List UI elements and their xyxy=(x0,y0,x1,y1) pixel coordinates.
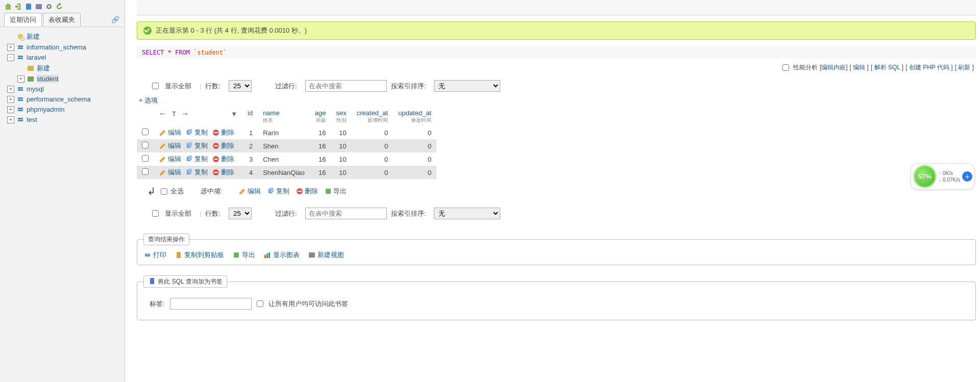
cell-sex[interactable]: 10 xyxy=(331,166,352,179)
cell-created-at[interactable]: 0 xyxy=(352,139,393,152)
row-edit[interactable]: 编辑 xyxy=(159,155,181,164)
options-toggle[interactable]: + 选项 xyxy=(137,96,976,105)
sort-select[interactable]: 无 xyxy=(434,80,500,92)
show-all-checkbox-2[interactable] xyxy=(152,210,159,217)
tree-table-student[interactable]: +student xyxy=(2,74,122,84)
row-delete[interactable]: 删除 xyxy=(212,141,234,150)
tab-favorites[interactable]: 表收藏夹 xyxy=(43,13,81,27)
row-sort-icon[interactable]: T xyxy=(172,110,176,118)
logout-icon[interactable] xyxy=(14,2,22,11)
expander-icon[interactable]: + xyxy=(7,86,14,93)
cell-name[interactable]: Chen xyxy=(258,152,310,166)
tree-db-mysql[interactable]: +mysql xyxy=(2,84,122,94)
bulk-delete[interactable]: 删除 xyxy=(296,187,318,196)
tree-db-information_schema[interactable]: +information_schema xyxy=(2,42,122,53)
explain-link[interactable]: 解析 SQL xyxy=(874,64,900,71)
col-name[interactable]: name姓名 xyxy=(258,107,310,126)
bookmark-share-checkbox[interactable] xyxy=(257,300,263,307)
bookmark-label-input[interactable] xyxy=(170,298,252,310)
cell-sex[interactable]: 10 xyxy=(331,139,352,152)
expander-icon[interactable]: + xyxy=(7,116,14,123)
perf-add-button[interactable]: + xyxy=(962,171,972,182)
cell-id[interactable]: 2 xyxy=(242,139,258,152)
cell-created-at[interactable]: 0 xyxy=(352,152,393,166)
php-link[interactable]: 创建 PHP 代码 xyxy=(909,64,949,71)
dropdown-icon[interactable]: ▼ xyxy=(231,110,237,118)
edit-link[interactable]: 编辑 xyxy=(853,64,865,71)
link-icon[interactable]: 🔗 xyxy=(111,16,119,23)
tree-db-test[interactable]: +test xyxy=(2,115,122,125)
row-delete[interactable]: 删除 xyxy=(212,168,234,177)
chart-link[interactable]: 显示图表 xyxy=(263,250,300,260)
print-link[interactable]: 打印 xyxy=(143,250,166,260)
cell-id[interactable]: 3 xyxy=(242,152,258,166)
sort-select-2[interactable]: 无 xyxy=(434,208,500,219)
filter-input[interactable] xyxy=(305,80,387,92)
cell-name[interactable]: Rarin xyxy=(258,126,310,139)
filter-input-2[interactable] xyxy=(305,208,387,219)
cell-id[interactable]: 1 xyxy=(242,126,258,139)
cell-id[interactable]: 4 xyxy=(242,166,258,179)
docs-icon[interactable] xyxy=(24,2,33,11)
cell-age[interactable]: 16 xyxy=(310,126,331,139)
sort-left-icon[interactable]: ← xyxy=(159,109,167,118)
bulk-edit[interactable]: 编辑 xyxy=(238,187,261,196)
col-updated-at[interactable]: updated_at修改时间 xyxy=(393,107,436,126)
home-icon[interactable] xyxy=(4,2,12,11)
check-all-link[interactable]: 全选 xyxy=(170,187,184,196)
refresh-link[interactable]: 刷新 xyxy=(958,64,970,71)
edit-inline-link[interactable]: 编辑内嵌 xyxy=(821,64,846,71)
view-link[interactable]: 新建视图 xyxy=(308,250,344,260)
expander-icon[interactable]: − xyxy=(7,54,14,61)
cell-updated-at[interactable]: 0 xyxy=(393,126,436,139)
rows-select-2[interactable]: 25 xyxy=(229,208,252,219)
row-checkbox[interactable] xyxy=(142,142,149,148)
cell-age[interactable]: 16 xyxy=(310,152,331,166)
performance-widget[interactable]: 57% 0K/s 0.07K/s + xyxy=(911,163,975,190)
row-copy[interactable]: 复制 xyxy=(185,128,208,137)
col-id[interactable]: id xyxy=(242,107,258,126)
bulk-export[interactable]: 导出 xyxy=(324,187,347,196)
cell-created-at[interactable]: 0 xyxy=(352,126,393,139)
check-all-header[interactable] xyxy=(137,107,154,126)
row-copy[interactable]: 复制 xyxy=(185,155,208,164)
row-copy[interactable]: 复制 xyxy=(185,141,208,150)
expander-icon[interactable]: + xyxy=(7,106,14,113)
expander-icon[interactable]: + xyxy=(7,96,14,103)
cell-age[interactable]: 16 xyxy=(310,139,331,152)
cell-name[interactable]: ShenNanQiao xyxy=(258,166,310,179)
bulk-copy[interactable]: 复制 xyxy=(267,187,289,196)
cell-age[interactable]: 16 xyxy=(310,166,331,179)
tree-db-laravel[interactable]: −laravel xyxy=(2,53,122,63)
reload-icon[interactable] xyxy=(55,2,63,11)
export-link[interactable]: 导出 xyxy=(232,250,255,260)
row-copy[interactable]: 复制 xyxy=(185,168,208,177)
tree-new[interactable]: + 新建 xyxy=(2,31,122,42)
col-age[interactable]: age年龄 xyxy=(310,107,331,126)
row-edit[interactable]: 编辑 xyxy=(159,168,181,177)
tree-new-新建[interactable]: 新建 xyxy=(2,63,122,74)
cell-sex[interactable]: 10 xyxy=(331,126,352,139)
row-checkbox[interactable] xyxy=(142,129,149,135)
cell-updated-at[interactable]: 0 xyxy=(393,152,436,166)
expander-icon[interactable]: + xyxy=(17,75,24,83)
gear-icon[interactable] xyxy=(45,2,53,11)
cell-sex[interactable]: 10 xyxy=(331,152,352,166)
row-edit[interactable]: 编辑 xyxy=(159,128,181,137)
row-delete[interactable]: 删除 xyxy=(212,128,234,137)
row-checkbox[interactable] xyxy=(142,168,149,175)
cell-created-at[interactable]: 0 xyxy=(352,166,393,179)
cell-updated-at[interactable]: 0 xyxy=(393,139,436,152)
tree-db-performance_schema[interactable]: +performance_schema xyxy=(2,94,122,105)
profiling-checkbox[interactable] xyxy=(782,64,789,71)
rows-select[interactable]: 25 xyxy=(229,80,252,92)
row-checkbox[interactable] xyxy=(142,155,149,162)
tree-db-phpmyadmin[interactable]: +phpmyadmin xyxy=(2,105,122,115)
show-all-checkbox[interactable] xyxy=(152,83,159,89)
col-sex[interactable]: sex性别 xyxy=(331,107,352,126)
tab-recent[interactable]: 近期访问 xyxy=(4,13,42,27)
cell-updated-at[interactable]: 0 xyxy=(393,166,436,179)
check-all[interactable] xyxy=(161,188,167,195)
sql-icon[interactable] xyxy=(35,2,43,11)
col-created-at[interactable]: created_at新增时间 xyxy=(352,107,393,126)
